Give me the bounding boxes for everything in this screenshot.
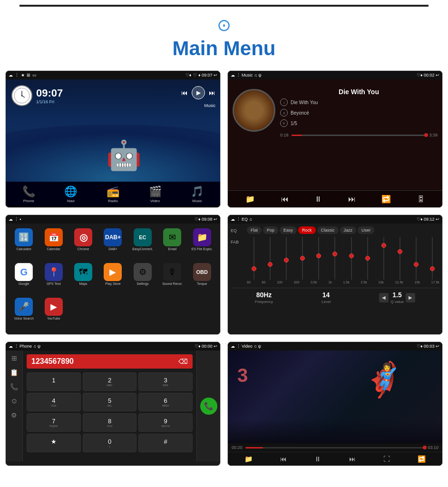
- eq-slider-100[interactable]: [279, 237, 293, 280]
- eq-tab-user[interactable]: User: [358, 226, 374, 234]
- eq-status-bar: ☁ ⋮ EQ ♫ ♡♦ 09:12 ↩: [228, 215, 442, 224]
- home-icon-navi[interactable]: 🌐 Navi: [64, 185, 77, 203]
- eq-tab-pop[interactable]: Pop: [263, 226, 278, 234]
- artist-icon: ♬: [280, 109, 288, 117]
- eq-level-value: 14: [322, 291, 330, 299]
- app-calculator[interactable]: 🔢 Calculator: [10, 228, 37, 260]
- delete-btn[interactable]: ⌫: [178, 358, 188, 365]
- app-maps[interactable]: 🗺 Maps: [70, 263, 97, 295]
- dialpad-icon[interactable]: ⊞: [11, 354, 17, 362]
- video-pause-btn[interactable]: ⏸: [314, 455, 321, 463]
- progress-bar[interactable]: [292, 135, 427, 136]
- key-7[interactable]: 7PQRS: [27, 413, 81, 432]
- app-gpstest[interactable]: 📍 GPS Test: [40, 263, 67, 295]
- app-easyconnect[interactable]: EC EasyConnect.: [129, 228, 156, 260]
- key-0[interactable]: 0+: [83, 434, 137, 452]
- prev-btn[interactable]: ⏮: [181, 89, 188, 97]
- eq-tab-easy[interactable]: Easy: [280, 226, 297, 234]
- home-music-controls[interactable]: ⏮ ▶ ⏭: [181, 86, 215, 99]
- app-voicesearch[interactable]: 🎤 Voice Search: [10, 298, 37, 330]
- next-track-btn[interactable]: ⏭: [348, 195, 356, 204]
- eq-tab-rock[interactable]: Rock: [298, 226, 316, 234]
- next-btn[interactable]: ⏭: [209, 89, 215, 97]
- eq-btn[interactable]: 🎛: [417, 195, 425, 204]
- key-8[interactable]: 8TUV: [83, 413, 137, 432]
- call-log-icon[interactable]: 📞: [10, 383, 18, 390]
- clock-time: 09:07: [36, 87, 63, 99]
- key-4[interactable]: 4GHI: [27, 393, 81, 411]
- eq-frequency-value: 80Hz: [256, 291, 272, 299]
- time-total: 3:39: [429, 133, 438, 137]
- app-dab[interactable]: DAB+ DAB+: [99, 228, 126, 260]
- eq-slider-12-5k[interactable]: [393, 237, 407, 280]
- app-youtube[interactable]: ▶ YouTube: [40, 298, 67, 330]
- video-repeat-btn[interactable]: 🔁: [418, 455, 426, 463]
- eq-slider-2-5k[interactable]: [360, 237, 375, 280]
- album-art: [233, 89, 275, 132]
- home-icon-radio[interactable]: 📻 Radio: [107, 185, 119, 203]
- play-btn[interactable]: ▶: [192, 86, 205, 99]
- app-google[interactable]: G Google: [10, 263, 37, 295]
- eq-qvalue-down[interactable]: ◀: [379, 293, 389, 302]
- clock-date: 1/1/16 Fri: [36, 99, 63, 104]
- header-section: ⊙ Main Menu: [173, 15, 276, 60]
- eq-slider-10k[interactable]: [377, 237, 391, 280]
- phone-call-col: 📞: [196, 351, 220, 461]
- video-next-btn[interactable]: ⏭: [349, 455, 356, 463]
- eq-slider-1-5k[interactable]: [344, 237, 358, 280]
- app-soundrecord[interactable]: 🎙 Sound Recor.: [159, 263, 185, 295]
- key-star[interactable]: ★: [27, 434, 81, 452]
- eq-qvalue-up[interactable]: ▶: [406, 293, 415, 302]
- call-button[interactable]: 📞: [200, 398, 217, 415]
- dab-icon: DAB+: [104, 228, 122, 246]
- app-email[interactable]: ✉ Email: [159, 228, 185, 260]
- key-2[interactable]: 2ABC: [83, 372, 137, 391]
- key-6[interactable]: 6MNO: [138, 393, 193, 411]
- eq-tab-flat[interactable]: Flat: [247, 226, 262, 234]
- phone-settings-icon[interactable]: ⊙: [11, 397, 17, 405]
- eq-slider-80[interactable]: [263, 237, 277, 280]
- video-fullscreen-btn[interactable]: ⛶: [383, 455, 390, 463]
- eq-slider-200[interactable]: [295, 237, 310, 280]
- eq-qvalue-label: Q value: [390, 300, 404, 304]
- key-9[interactable]: 9WXYZ: [138, 413, 193, 432]
- soundrecord-icon: 🎙: [163, 263, 181, 281]
- pause-btn[interactable]: ⏸: [314, 195, 322, 204]
- key-5[interactable]: 5JKL: [83, 393, 137, 411]
- music-info: Die With You ♪ Die With You ♬ Beyoncé ≡ …: [280, 84, 438, 185]
- app-torque[interactable]: OBD Torque: [189, 263, 215, 295]
- eq-label: EQ: [231, 228, 245, 233]
- video-folder-btn[interactable]: 📁: [244, 455, 253, 463]
- key-hash[interactable]: #: [138, 434, 193, 452]
- app-chrome[interactable]: ◎ Chrome: [70, 228, 97, 260]
- eq-slider-500[interactable]: [312, 237, 326, 280]
- phone-label: Phone: [23, 199, 34, 203]
- app-settings[interactable]: ⚙ Settings: [129, 263, 156, 295]
- eq-tab-classic[interactable]: Classic: [317, 226, 339, 234]
- music-icon: 🎵: [191, 185, 204, 198]
- home-icon-phone[interactable]: 📞 Phone: [22, 185, 35, 203]
- contacts-icon[interactable]: 📋: [10, 369, 18, 376]
- eq-slider-17-5k[interactable]: [425, 237, 439, 280]
- music-label-bottom: Music: [192, 199, 202, 203]
- prev-track-btn[interactable]: ⏮: [281, 195, 289, 204]
- home-icon-music[interactable]: 🎵 Music: [191, 185, 204, 203]
- video-prev-btn[interactable]: ⏮: [280, 455, 287, 463]
- video-time-current: 00:20: [232, 445, 243, 450]
- eq-slider-15k[interactable]: [409, 237, 423, 280]
- clock-widget[interactable]: 09:07 1/1/16 Fri: [11, 85, 63, 106]
- key-3[interactable]: 3DEF: [138, 372, 193, 391]
- home-content: 09:07 1/1/16 Fri ⏮ ▶ ⏭ Music 🤖: [6, 79, 220, 182]
- repeat-btn[interactable]: 🔁: [381, 195, 391, 204]
- home-icon-video[interactable]: 🎬 Video: [149, 185, 162, 203]
- gear-icon[interactable]: ⚙: [11, 411, 17, 419]
- eq-tab-jazz[interactable]: Jazz: [340, 226, 357, 234]
- video-progress-bar[interactable]: [245, 447, 425, 448]
- app-playstore[interactable]: ▶ Play Store: [99, 263, 126, 295]
- app-calendar[interactable]: 📅 Calendar: [40, 228, 67, 260]
- app-esfile[interactable]: 📁 ES File Explo.: [189, 228, 215, 260]
- eq-slider-1k[interactable]: [328, 237, 342, 280]
- folder-btn[interactable]: 📁: [245, 195, 255, 204]
- key-1[interactable]: 1: [27, 372, 81, 391]
- eq-slider-60[interactable]: [247, 237, 261, 280]
